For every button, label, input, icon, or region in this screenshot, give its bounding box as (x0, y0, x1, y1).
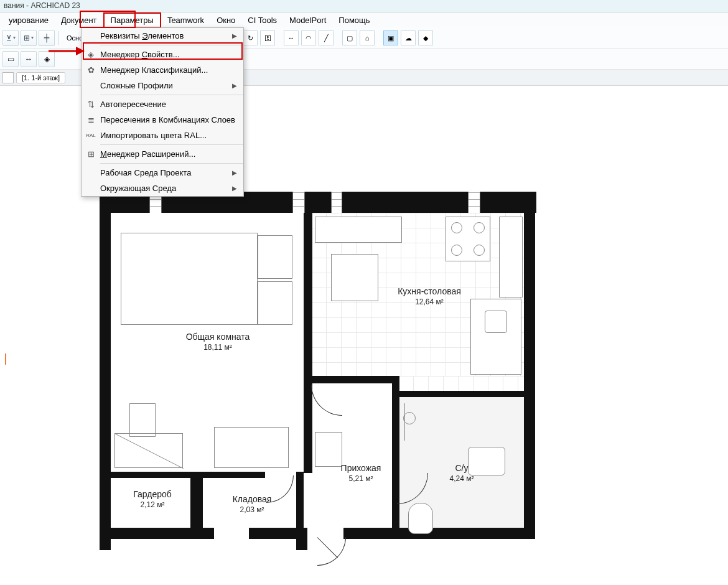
kitchen-counter (470, 299, 521, 375)
chair (315, 432, 342, 467)
partition (190, 478, 197, 528)
sofa (214, 427, 289, 468)
classification-icon: ✿ (82, 65, 100, 75)
label-hall: Прихожая5,21 м² (330, 463, 392, 484)
tool-select-icon[interactable]: ▣ (383, 30, 398, 45)
submenu-arrow-icon: ▶ (232, 82, 237, 89)
ral-icon: RAL (82, 133, 100, 138)
wall-segment (296, 539, 307, 550)
window (292, 192, 305, 213)
menu-work-environment[interactable]: Окружающая Среда ▶ (82, 180, 243, 196)
tool-measure-icon[interactable]: ↔ (284, 30, 299, 45)
wall-segment (480, 192, 536, 213)
stove (446, 217, 490, 261)
wall-segment (305, 192, 331, 213)
menu-window[interactable]: Окно (210, 14, 241, 27)
counter-right (499, 217, 523, 297)
label-bath: С/у4,24 м² (431, 463, 493, 484)
partition (304, 213, 312, 473)
wall-segment (343, 528, 535, 539)
menu-teamwork[interactable]: Teamwork (161, 14, 210, 27)
tool-lock-icon[interactable]: ⚿ (260, 30, 275, 45)
wardrobe-diagonal (114, 433, 183, 468)
wall-segment (342, 192, 468, 213)
wall-segment (249, 528, 307, 539)
menu-property-manager[interactable]: ◈ Менеджер Свойств... (82, 47, 243, 62)
menu-bar: уирование Документ Параметры Teamwork Ок… (0, 12, 728, 27)
kitchen-floor-ext (398, 376, 524, 392)
armchair (129, 403, 156, 437)
partition (311, 376, 394, 383)
menu-editing[interactable]: уирование (2, 14, 55, 27)
menu-help[interactable]: Помощь (332, 14, 376, 27)
bed (121, 233, 258, 325)
tool-orbit-icon[interactable]: ↻ (243, 30, 258, 45)
partition (296, 472, 304, 528)
tool-area-icon[interactable]: ▢ (342, 30, 357, 45)
menu-complex-profiles[interactable]: Сложные Профили ▶ (82, 78, 243, 93)
tool-line-icon[interactable]: ╱ (319, 30, 334, 45)
toolbar-right: ↻ ⚿ ↔ ◠ ╱ ▢ ⌂ ▣ ☁ ◆ (243, 29, 433, 47)
menu-modelport[interactable]: ModelPort (283, 14, 332, 27)
entry-door (317, 537, 346, 566)
tool-arc-icon[interactable]: ◠ (301, 30, 316, 45)
tool-move-icon[interactable]: ↔ (21, 51, 37, 67)
label-living: Общая комната18,11 м² (149, 332, 286, 352)
floor-plan: Общая комната18,11 м² Кухня-столовая12,6… (100, 192, 548, 559)
menu-project-environment[interactable]: Рабочая Среда Проекта ▶ (82, 165, 243, 180)
shower-drain (403, 412, 416, 424)
menu-addon-manager[interactable]: ⊞ Менеджер Расширений... (82, 146, 243, 162)
menu-classification-manager[interactable]: ✿ Менеджер Классификаций... (82, 62, 243, 78)
door-arc (311, 385, 342, 416)
layers-icon: ≣ (82, 115, 100, 124)
nightstand (258, 281, 292, 325)
partition (203, 472, 265, 478)
menu-citools[interactable]: CI Tools (241, 14, 283, 27)
menu-auto-intersection[interactable]: ⇅ Автопересечение (82, 96, 243, 112)
tool-home-icon[interactable]: ⌂ (360, 30, 375, 45)
wall-segment (100, 528, 214, 539)
submenu-arrow-icon: ▶ (232, 32, 237, 39)
partition (197, 472, 203, 528)
wall-segment (524, 213, 535, 539)
title-bar: вания - ARCHICAD 23 (0, 0, 728, 12)
tool-align-icon[interactable]: ⊻ (2, 30, 19, 46)
intersect-icon: ⇅ (82, 100, 100, 109)
menu-parameters[interactable]: Параметры (103, 12, 161, 28)
submenu-arrow-icon: ▶ (232, 185, 237, 192)
menu-layer-intersections[interactable]: ≣ Пересечения в Комбинациях Слоев (82, 112, 243, 128)
window (331, 192, 342, 213)
menu-import-ral[interactable]: RAL Импортировать цвета RAL... (82, 128, 243, 143)
partition (392, 376, 399, 533)
partition (111, 472, 197, 478)
label-wardrobe: Гардероб2,12 м² (118, 489, 187, 510)
tool-grid-icon[interactable]: ╪ (39, 30, 55, 46)
tool-wall-icon[interactable]: ▭ (2, 51, 19, 67)
tool-tag-icon[interactable]: ◈ (39, 51, 55, 67)
dining-table (331, 254, 378, 301)
partition (398, 391, 526, 397)
tab-grid-icon[interactable] (2, 72, 14, 83)
menu-document[interactable]: Документ (55, 14, 103, 27)
tab-floor-1[interactable]: [1. 1-й этаж] (16, 72, 65, 83)
page-tick-left (5, 353, 6, 365)
tool-cloud-icon[interactable]: ☁ (401, 30, 416, 45)
submenu-arrow-icon: ▶ (232, 169, 237, 176)
label-kitchen: Кухня-столовая12,64 м² (373, 286, 485, 307)
wall-segment (100, 213, 111, 539)
svg-line-2 (115, 434, 184, 469)
window (468, 192, 480, 213)
label-storage: Кладовая2,03 м² (212, 494, 292, 515)
tool-paint-icon[interactable]: ◆ (418, 30, 433, 45)
sofa-small (315, 217, 402, 243)
addon-icon: ⊞ (82, 149, 100, 159)
tool-snap-icon[interactable]: ⊞ (21, 30, 37, 46)
tag-icon: ◈ (82, 50, 100, 59)
nightstand (258, 235, 292, 279)
menu-element-attributes[interactable]: Реквизиты Элементов ▶ (82, 28, 243, 44)
wall-segment (100, 539, 111, 550)
parameters-dropdown: Реквизиты Элементов ▶ ◈ Менеджер Свойств… (81, 27, 244, 197)
toilet (408, 503, 433, 534)
